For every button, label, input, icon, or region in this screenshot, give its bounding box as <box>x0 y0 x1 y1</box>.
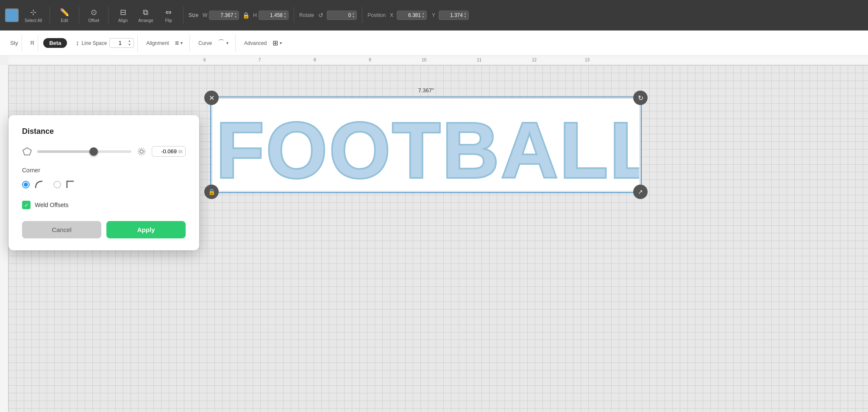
corner-options <box>22 179 186 191</box>
position-field: Position X ▲▼ Y ▲▼ <box>367 11 469 19</box>
height-input[interactable] <box>261 12 283 18</box>
height-label: H <box>253 12 257 18</box>
y-spinner[interactable]: ▲▼ <box>464 12 467 18</box>
edit-button[interactable]: ✏️ Edit <box>55 6 74 25</box>
x-label: X <box>390 12 393 18</box>
close-handle[interactable]: ✕ <box>204 91 219 105</box>
lock-handle[interactable]: 🔒 <box>204 185 219 199</box>
corner-section: Corner <box>22 167 186 191</box>
svg-point-1 <box>140 150 143 153</box>
alignment-label: Alignment <box>146 40 169 46</box>
football-svg: FOOTBALL FOOTBALL <box>213 99 639 191</box>
alignment-dropdown[interactable]: ≡ ▾ <box>172 38 186 49</box>
flip-icon: ⇔ <box>165 8 172 17</box>
ruler-mark-8: 8 <box>314 58 316 62</box>
weld-checkbox[interactable]: ✓ <box>22 201 31 209</box>
arrange-button[interactable]: ⧉ Arrange <box>136 6 156 25</box>
canvas-area: 6 7 8 9 10 11 12 13 FOOTBALL FOOTBALL 7.… <box>0 56 868 412</box>
lock-icon: 🔒 <box>242 12 250 19</box>
curve-arrow: ▾ <box>226 41 228 45</box>
style-section: Sty <box>7 35 22 52</box>
distance-slider[interactable] <box>37 150 131 153</box>
distance-input[interactable] <box>156 148 177 155</box>
offset-button[interactable]: ⊙ Offset <box>84 6 103 25</box>
corner-rounded-radio-inner <box>24 182 28 187</box>
distance-input-wrap[interactable]: in <box>152 146 186 157</box>
flip-button[interactable]: ⇔ Flip <box>159 6 178 25</box>
divider-4 <box>183 7 184 24</box>
slider-max-icon <box>136 147 147 157</box>
curve-dropdown[interactable]: ⌒ ▾ <box>214 37 232 49</box>
slider-min-icon <box>22 147 32 157</box>
divider-2 <box>79 7 79 24</box>
offset-dialog: Distance in <box>8 115 199 250</box>
divider-1 <box>50 7 50 24</box>
line-space-input-wrap[interactable]: ▲▼ <box>109 38 134 48</box>
corner-rounded-option[interactable] <box>22 179 45 191</box>
arrange-label: Arrange <box>138 18 153 23</box>
height-spinner[interactable]: ▲▼ <box>284 12 287 18</box>
corner-sharp-option[interactable] <box>53 179 76 191</box>
advanced-arrow: ▾ <box>280 41 282 45</box>
y-input-wrap[interactable]: ▲▼ <box>439 11 469 19</box>
arrange-icon: ⧉ <box>143 8 148 17</box>
width-input-wrap[interactable]: ▲▼ <box>209 11 239 19</box>
line-space-input[interactable] <box>112 40 128 46</box>
select-all-label: Select All <box>25 18 42 23</box>
corner-label: Corner <box>22 167 186 174</box>
rotate-input[interactable] <box>329 12 351 18</box>
size-field: Size W ▲▼ 🔒 H ▲▼ <box>189 11 289 19</box>
align-button[interactable]: ⊟ Align <box>114 6 132 25</box>
align-icon: ⊟ <box>120 8 126 17</box>
resize-handle[interactable]: ↗ <box>633 185 648 199</box>
align-left-icon: ≡ <box>175 39 179 47</box>
offset-label: Offset <box>88 18 100 23</box>
height-input-wrap[interactable]: ▲▼ <box>259 11 289 19</box>
advanced-section: Advanced ⊞ ▾ <box>241 35 289 52</box>
svg-marker-0 <box>23 148 31 155</box>
ruler-horizontal: 6 7 8 9 10 11 12 13 <box>8 56 868 65</box>
divider-5 <box>294 7 294 24</box>
rotate-input-wrap[interactable]: ▲▼ <box>327 11 357 19</box>
corner-sharp-radio[interactable] <box>53 181 61 188</box>
offset-icon: ⊙ <box>91 8 97 17</box>
y-label: Y <box>432 12 435 18</box>
cancel-button[interactable]: Cancel <box>22 221 101 238</box>
rotate-handle[interactable]: ↻ <box>633 91 648 105</box>
x-input[interactable] <box>399 12 421 18</box>
weld-label: Weld Offsets <box>35 202 69 208</box>
football-text-front: FOOTBALL <box>216 107 639 191</box>
line-space-spinner[interactable]: ▲▼ <box>128 39 131 47</box>
svg-point-2 <box>138 148 145 155</box>
y-input[interactable] <box>441 12 463 18</box>
ruler-vertical <box>0 65 8 412</box>
rotate-label: Rotate <box>299 12 314 18</box>
width-input[interactable] <box>211 12 233 18</box>
width-spinner[interactable]: ▲▼ <box>234 12 237 18</box>
line-space-icon: ↕ <box>75 39 79 47</box>
line-space-label: Line Space <box>81 40 107 46</box>
corner-rounded-radio[interactable] <box>22 181 30 188</box>
distance-section: Distance in <box>22 127 186 157</box>
size-label: Size <box>189 12 198 18</box>
color-swatch[interactable] <box>5 8 19 22</box>
advanced-dropdown[interactable]: ⊞ ▾ <box>269 37 285 49</box>
x-spinner[interactable]: ▲▼ <box>422 12 425 18</box>
x-input-wrap[interactable]: ▲▼ <box>397 11 427 19</box>
rounded-corner-icon <box>33 179 45 191</box>
edit-icon: ✏️ <box>60 8 69 17</box>
divider-3 <box>108 7 108 24</box>
curve-label: Curve <box>198 40 212 46</box>
slider-thumb[interactable] <box>89 147 98 156</box>
text-toolbar: Sty R Beta ↕ Line Space ▲▼ Alignment ≡ ▾… <box>0 30 868 56</box>
ruler-mark-11: 11 <box>477 58 481 62</box>
weld-checkmark: ✓ <box>24 202 29 208</box>
select-all-button[interactable]: ⊹ Select All <box>22 6 45 25</box>
select-all-group: ⊹ Select All <box>22 6 45 25</box>
line-space-section: ↕ Line Space ▲▼ <box>72 35 138 52</box>
rotate-field: Rotate ↺ ▲▼ <box>299 11 357 19</box>
apply-button[interactable]: Apply <box>106 221 186 238</box>
rotate-spinner[interactable]: ▲▼ <box>352 12 355 18</box>
position-label: Position <box>367 12 386 18</box>
r-label: R <box>31 40 34 46</box>
